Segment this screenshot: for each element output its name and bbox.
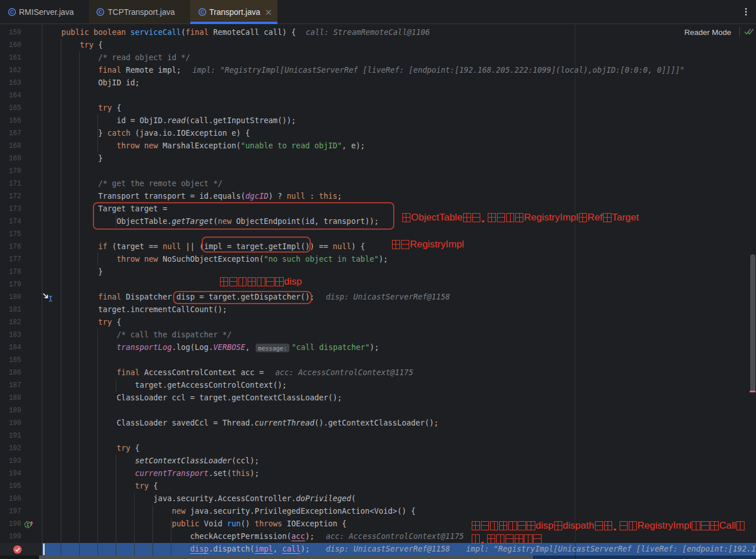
svg-text:C: C (201, 9, 205, 15)
svg-text:C: C (10, 9, 14, 15)
svg-text:C: C (99, 9, 103, 15)
